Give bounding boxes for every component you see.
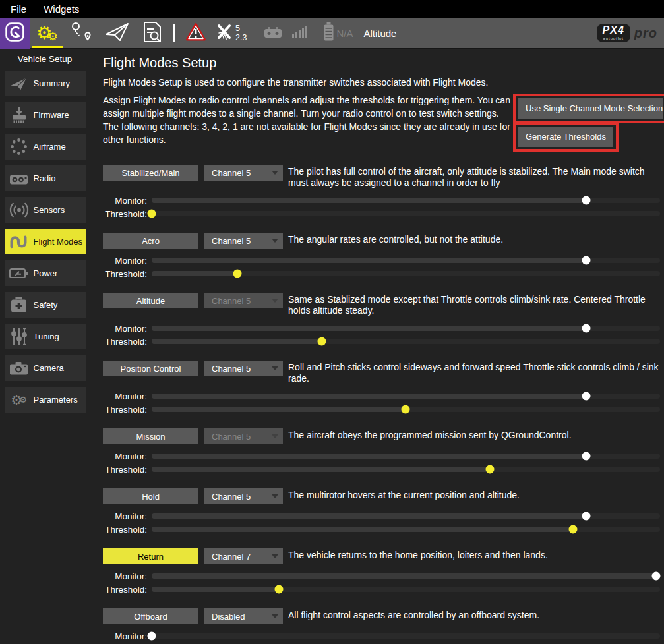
sidebar-item-summary[interactable]: Summary (5, 71, 86, 96)
sidebar-item-power[interactable]: Power (5, 260, 86, 286)
threshold-thumb[interactable] (401, 405, 409, 414)
threshold-thumb[interactable] (274, 585, 283, 594)
threshold-slider[interactable] (152, 339, 660, 344)
sidebar-item-airframe[interactable]: Airframe (5, 134, 86, 160)
mode-description: Roll and Pitch sticks control sideways a… (288, 361, 664, 384)
flight-mode-indicator[interactable]: Altitude (363, 28, 396, 39)
mode-button[interactable]: Offboard (103, 608, 198, 624)
channel-dropdown[interactable]: Channel 5 (204, 361, 283, 376)
channel-dropdown[interactable]: Channel 5 (204, 293, 283, 308)
monitor-slider[interactable] (152, 394, 660, 399)
monitor-slider[interactable] (152, 513, 660, 519)
qgc-logo-button[interactable] (0, 18, 30, 49)
sidebar-item-firmware[interactable]: Firmware (5, 102, 86, 128)
channel-dropdown-value: Disabled (212, 612, 245, 622)
monitor-label: Monitor: (103, 324, 152, 334)
monitor-thumb[interactable] (582, 256, 591, 265)
generate-thresholds-button[interactable]: Generate Thresholds (518, 127, 613, 147)
sidebar-item-radio[interactable]: Radio (5, 165, 86, 191)
mode-button[interactable]: Return (103, 548, 198, 564)
setup-view-button[interactable]: ⚙ ⚙ (30, 18, 65, 49)
fly-view-button[interactable] (100, 18, 135, 49)
channel-dropdown[interactable]: Channel 7 (204, 548, 283, 564)
sidebar-item-parameters[interactable]: ⚙⚙ Parameters (5, 387, 86, 413)
tuning-icon (9, 328, 29, 345)
channel-dropdown[interactable]: Channel 5 (204, 488, 283, 504)
sidebar-item-label: Camera (34, 363, 64, 373)
plan-view-button[interactable] (65, 18, 100, 49)
mode-button[interactable]: Position Control (103, 361, 198, 376)
mode-button[interactable]: Acro (103, 233, 198, 249)
threshold-thumb[interactable] (148, 210, 156, 218)
single-channel-mode-button[interactable]: Use Single Channel Mode Selection (518, 98, 663, 119)
threshold-slider[interactable] (152, 271, 660, 276)
threshold-slider[interactable] (152, 587, 660, 592)
monitor-slider-fill (152, 198, 586, 203)
monitor-slider[interactable] (152, 198, 660, 203)
mode-description: Same as Stablized mode except that Throt… (288, 293, 664, 316)
threshold-thumb[interactable] (485, 465, 494, 474)
analyze-view-button[interactable] (135, 18, 169, 49)
channel-dropdown[interactable]: Channel 5 (204, 233, 283, 249)
mode-button[interactable]: Mission (103, 428, 198, 444)
px4-logo-pro: pro (634, 26, 657, 41)
rc-indicator[interactable] (264, 18, 282, 49)
threshold-slider-fill (152, 407, 406, 412)
channel-dropdown-value: Channel 5 (212, 432, 251, 442)
monitor-thumb[interactable] (148, 632, 156, 641)
menu-file[interactable]: File (7, 2, 30, 16)
sidebar-item-flight-modes[interactable]: Flight Modes (5, 229, 86, 254)
threshold-slider[interactable] (152, 407, 660, 412)
annotation-box: Generate Thresholds (513, 122, 619, 152)
chevron-down-icon (272, 239, 278, 243)
mode-button[interactable]: Altitude (103, 293, 198, 308)
sidebar-item-camera[interactable]: Camera (5, 355, 86, 381)
monitor-slider[interactable] (152, 454, 660, 459)
monitor-thumb[interactable] (582, 392, 591, 401)
battery-status: N/A (336, 28, 353, 39)
monitor-slider[interactable] (152, 258, 660, 263)
threshold-slider[interactable] (152, 211, 660, 216)
threshold-slider-fill (152, 271, 237, 276)
mode-button[interactable]: Stabilized/Main (103, 165, 198, 181)
threshold-thumb[interactable] (317, 337, 326, 346)
threshold-slider[interactable] (152, 467, 660, 472)
threshold-slider[interactable] (152, 527, 660, 532)
mode-button[interactable]: Hold (103, 488, 198, 504)
channel-dropdown-value: Channel 5 (212, 364, 251, 374)
channel-dropdown[interactable]: Disabled (204, 608, 283, 624)
sidebar-item-sensors[interactable]: Sensors (5, 197, 86, 223)
menu-widgets[interactable]: Widgets (40, 2, 83, 16)
chevron-down-icon (272, 554, 278, 558)
menubar: File Widgets (0, 0, 664, 18)
monitor-thumb[interactable] (582, 196, 591, 205)
sidebar-item-tuning[interactable]: Tuning (5, 324, 86, 349)
monitor-slider[interactable] (152, 633, 660, 639)
telemetry-indicator[interactable] (292, 18, 307, 49)
monitor-thumb[interactable] (582, 452, 591, 461)
sidebar-item-label: Sensors (34, 205, 65, 215)
power-icon (9, 267, 29, 279)
vehicle-setup-sidebar: Vehicle Setup Summary Firmware Airframe … (0, 49, 90, 643)
vehicle-messages-button[interactable] (181, 18, 210, 49)
sidebar-item-safety[interactable]: Safety (5, 292, 86, 318)
channel-dropdown[interactable]: Channel 5 (204, 428, 283, 444)
summary-icon (9, 76, 29, 91)
threshold-thumb[interactable] (569, 525, 578, 534)
monitor-slider-fill (152, 394, 586, 399)
threshold-label: Threshold: (103, 465, 152, 475)
monitor-thumb[interactable] (582, 324, 591, 333)
monitor-slider[interactable] (152, 326, 660, 331)
toolbar-separator (173, 24, 175, 42)
monitor-thumb[interactable] (582, 512, 591, 521)
channel-dropdown-value: Channel 5 (212, 168, 251, 178)
gears-small-icon: ⚙ (47, 31, 57, 42)
flight-mode-row: Return Channel 7 The vehicle returns to … (103, 548, 664, 596)
radio-icon (9, 172, 29, 185)
monitor-slider[interactable] (152, 573, 660, 579)
battery-indicator[interactable]: N/A (323, 18, 353, 49)
threshold-thumb[interactable] (233, 270, 241, 278)
channel-dropdown[interactable]: Channel 5 (204, 165, 283, 181)
gps-indicator[interactable]: 5 2.3 (214, 18, 247, 49)
monitor-thumb[interactable] (651, 572, 660, 581)
